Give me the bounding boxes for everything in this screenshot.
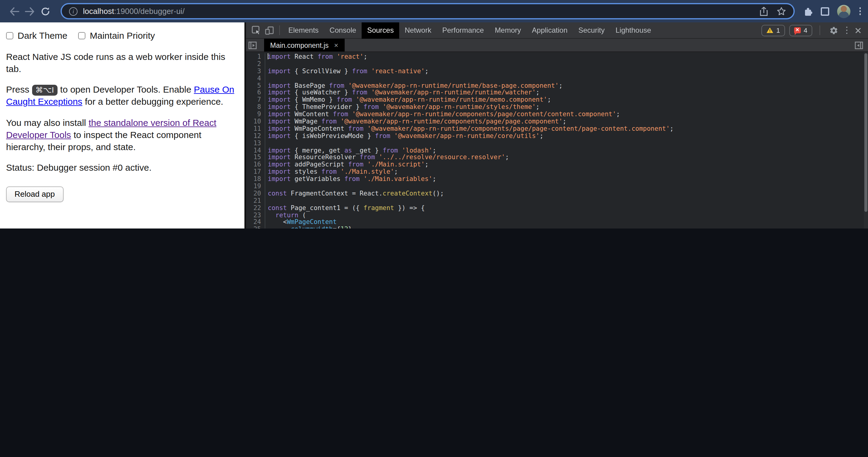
code-line[interactable]: 8import { ThemeProvider } from '@wavemak… — [246, 103, 868, 111]
code-line[interactable]: 11import WmPageContent from '@wavemaker/… — [246, 125, 868, 133]
extensions-icon[interactable] — [803, 6, 813, 16]
tab-performance[interactable]: Performance — [437, 22, 489, 38]
code-line[interactable]: 3import { ScrollView } from 'react-nativ… — [246, 68, 868, 75]
inspect-element-icon[interactable] — [250, 24, 263, 37]
code-line[interactable]: 14import { merge, get as _get } from 'lo… — [246, 147, 868, 154]
devtools-tab-bar: ElementsConsoleSourcesNetworkPerformance… — [246, 23, 868, 39]
maintain-priority-checkbox[interactable] — [79, 32, 86, 39]
code-text: import { ScrollView } from 'react-native… — [265, 68, 429, 75]
show-debugger-sidebar-icon[interactable] — [852, 38, 866, 52]
line-number[interactable]: 10 — [246, 118, 265, 125]
devtools-close-icon[interactable]: ✕ — [853, 26, 863, 35]
line-number[interactable]: 3 — [246, 68, 265, 75]
profile-avatar[interactable] — [837, 4, 850, 18]
line-number[interactable]: 8 — [246, 103, 265, 111]
line-number[interactable]: 7 — [246, 97, 265, 104]
line-number[interactable]: 13 — [246, 139, 265, 147]
file-tab-close-icon[interactable]: × — [334, 41, 338, 49]
code-text: import { WmMemo } from '@wavemaker/app-r… — [265, 97, 551, 104]
code-line[interactable]: 9import WmContent from '@wavemaker/app-r… — [246, 111, 868, 118]
editor-scrollbar-thumb[interactable] — [864, 53, 867, 212]
show-navigator-icon[interactable] — [246, 38, 259, 52]
line-number[interactable]: 17 — [246, 169, 265, 176]
line-number[interactable]: 24 — [246, 219, 265, 226]
code-line[interactable]: 23 return ( — [246, 211, 868, 219]
code-text — [265, 139, 268, 147]
code-line[interactable]: 24 <WmPageContent — [246, 219, 868, 226]
code-line[interactable]: 4 — [246, 75, 868, 82]
line-number[interactable]: 6 — [246, 89, 265, 97]
line-number[interactable]: 19 — [246, 183, 265, 190]
device-toolbar-icon[interactable] — [263, 24, 276, 37]
code-line[interactable]: 2 — [246, 61, 868, 68]
code-line[interactable]: 10import WmPage from '@wavemaker/app-rn-… — [246, 118, 868, 125]
url-host: localhost — [83, 7, 114, 16]
browser-menu-icon[interactable] — [858, 6, 862, 17]
code-line[interactable]: 19 — [246, 183, 868, 190]
bookmark-star-icon[interactable] — [776, 6, 786, 16]
tab-search-icon[interactable] — [820, 7, 829, 15]
toolbar-divider — [279, 25, 280, 35]
tab-memory[interactable]: Memory — [489, 22, 527, 38]
file-tab-main-component[interactable]: Main.component.js × — [264, 39, 344, 52]
tab-security[interactable]: Security — [573, 22, 610, 38]
line-number[interactable]: 21 — [246, 197, 265, 205]
line-number[interactable]: 18 — [246, 175, 265, 183]
reload-button[interactable] — [37, 3, 53, 19]
code-text: import { ThemeProvider } from '@wavemake… — [265, 103, 540, 111]
line-number[interactable]: 2 — [246, 61, 265, 68]
code-line[interactable]: 25 columnwidth={12} — [246, 226, 868, 228]
tab-sources[interactable]: Sources — [362, 22, 399, 38]
code-editor[interactable]: 1import React from 'react';23import { Sc… — [246, 52, 868, 228]
code-line[interactable]: 20const FragmentContext = React.createCo… — [246, 190, 868, 197]
line-number[interactable]: 23 — [246, 211, 265, 219]
line-number[interactable]: 16 — [246, 161, 265, 169]
tab-application[interactable]: Application — [526, 22, 573, 38]
tab-elements[interactable]: Elements — [283, 22, 324, 38]
code-line[interactable]: 12import { isWebPreviewMode } from '@wav… — [246, 133, 868, 140]
devtools-settings-icon[interactable] — [828, 24, 841, 37]
tab-network[interactable]: Network — [399, 22, 437, 38]
code-line[interactable]: 5import BasePage from '@wavemaker/app-rn… — [246, 82, 868, 89]
browser-toolbar: i localhost:19000/debugger-ui/ — [0, 0, 868, 23]
reload-app-button[interactable]: Reload app — [6, 187, 63, 202]
line-number[interactable]: 9 — [246, 111, 265, 118]
line-number[interactable]: 4 — [246, 75, 265, 82]
code-line[interactable]: 17import styles from './Main.style'; — [246, 169, 868, 176]
url-bar[interactable]: i localhost:19000/debugger-ui/ — [61, 3, 795, 20]
paragraph-web-worker: React Native JS code runs as a web worke… — [6, 51, 238, 75]
line-number[interactable]: 11 — [246, 125, 265, 133]
code-text: const FragmentContext = React.createCont… — [265, 190, 444, 197]
code-line[interactable]: 15import ResourceResolver from '../../re… — [246, 154, 868, 161]
dark-theme-checkbox[interactable] — [6, 32, 13, 39]
line-number[interactable]: 14 — [246, 147, 265, 154]
back-button[interactable] — [6, 3, 22, 19]
code-line[interactable]: 7import { WmMemo } from '@wavemaker/app-… — [246, 97, 868, 104]
code-line[interactable]: 21 — [246, 197, 868, 205]
line-number[interactable]: 25 — [246, 226, 265, 228]
code-line[interactable]: 22const Page_content1 = ({ fragment }) =… — [246, 204, 868, 211]
warning-count: 1 — [776, 27, 780, 34]
devtools-menu-icon[interactable] — [845, 25, 849, 35]
line-number[interactable]: 20 — [246, 190, 265, 197]
site-info-icon[interactable]: i — [69, 7, 78, 15]
tab-console[interactable]: Console — [324, 22, 362, 38]
line-number[interactable]: 22 — [246, 204, 265, 211]
editor-scrollbar[interactable] — [864, 52, 868, 228]
tab-lighthouse[interactable]: Lighthouse — [610, 22, 656, 38]
warning-count-badge[interactable]: 1 — [761, 25, 785, 36]
line-number[interactable]: 15 — [246, 154, 265, 161]
code-line[interactable]: 6import { useWatcher } from '@wavemaker/… — [246, 89, 868, 97]
line-number[interactable]: 1 — [246, 53, 265, 61]
sources-file-tab-bar: Main.component.js × — [246, 39, 868, 52]
code-line[interactable]: 18import getVariables from './Main.varia… — [246, 175, 868, 183]
line-number[interactable]: 12 — [246, 133, 265, 140]
toolbar-divider — [819, 25, 820, 35]
error-count-badge[interactable]: ✕ 4 — [789, 25, 812, 36]
share-icon[interactable] — [759, 6, 768, 16]
code-line[interactable]: 16import addPageScript from './Main.scri… — [246, 161, 868, 169]
line-number[interactable]: 5 — [246, 82, 265, 89]
code-line[interactable]: 1import React from 'react'; — [246, 53, 868, 61]
code-line[interactable]: 13 — [246, 139, 868, 147]
forward-button[interactable] — [22, 3, 37, 19]
